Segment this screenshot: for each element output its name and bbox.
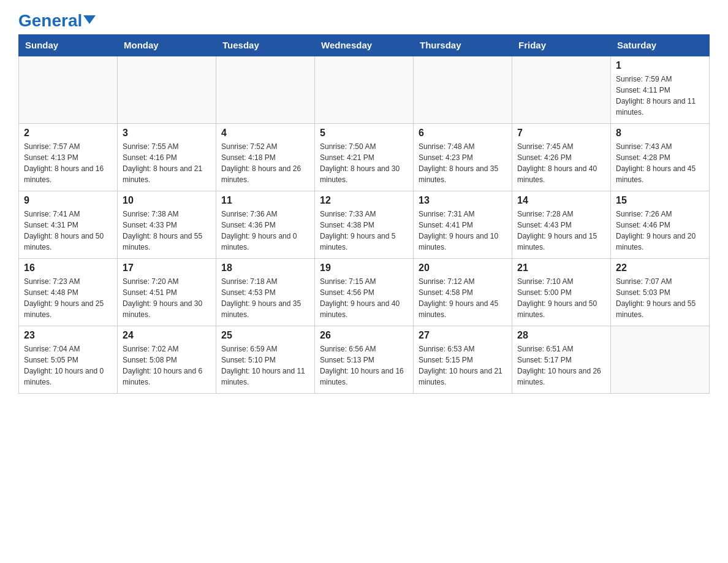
calendar-cell: 16Sunrise: 7:23 AMSunset: 4:48 PMDayligh… <box>19 258 118 326</box>
day-info: Sunrise: 7:12 AMSunset: 4:58 PMDaylight:… <box>419 276 507 320</box>
day-info: Sunrise: 7:52 AMSunset: 4:18 PMDaylight:… <box>221 141 309 185</box>
day-info: Sunrise: 7:57 AMSunset: 4:13 PMDaylight:… <box>24 141 112 185</box>
day-info: Sunrise: 6:59 AMSunset: 5:10 PMDaylight:… <box>221 343 309 388</box>
calendar-week-row: 2Sunrise: 7:57 AMSunset: 4:13 PMDaylight… <box>19 123 710 191</box>
calendar-table: Sunday Monday Tuesday Wednesday Thursday… <box>18 34 710 394</box>
day-info: Sunrise: 7:38 AMSunset: 4:33 PMDaylight:… <box>123 209 211 253</box>
calendar-cell: 15Sunrise: 7:26 AMSunset: 4:46 PMDayligh… <box>611 191 710 258</box>
calendar-cell <box>118 56 216 123</box>
day-info: Sunrise: 7:07 AMSunset: 5:03 PMDaylight:… <box>616 276 704 320</box>
day-number: 19 <box>320 262 408 274</box>
col-sunday: Sunday <box>19 35 118 56</box>
day-info: Sunrise: 7:20 AMSunset: 4:51 PMDaylight:… <box>123 276 211 320</box>
day-number: 4 <box>221 128 309 139</box>
day-info: Sunrise: 7:59 AMSunset: 4:11 PMDaylight:… <box>616 74 704 118</box>
calendar-cell <box>19 56 118 123</box>
day-number: 3 <box>123 128 211 139</box>
day-info: Sunrise: 7:04 AMSunset: 5:05 PMDaylight:… <box>24 343 112 388</box>
day-info: Sunrise: 7:31 AMSunset: 4:41 PMDaylight:… <box>419 209 507 253</box>
col-tuesday: Tuesday <box>216 35 315 56</box>
calendar-week-row: 16Sunrise: 7:23 AMSunset: 4:48 PMDayligh… <box>19 258 710 326</box>
day-number: 23 <box>24 330 112 341</box>
col-saturday: Saturday <box>611 35 710 56</box>
day-number: 17 <box>123 262 211 274</box>
calendar-cell: 23Sunrise: 7:04 AMSunset: 5:05 PMDayligh… <box>19 326 118 393</box>
day-info: Sunrise: 7:15 AMSunset: 4:56 PMDaylight:… <box>320 276 408 320</box>
logo-general: General <box>18 11 82 30</box>
page-header: General <box>18 12 710 28</box>
day-number: 15 <box>616 195 704 206</box>
day-info: Sunrise: 6:53 AMSunset: 5:15 PMDaylight:… <box>419 343 507 388</box>
day-number: 13 <box>419 195 507 206</box>
calendar-cell: 22Sunrise: 7:07 AMSunset: 5:03 PMDayligh… <box>611 258 710 326</box>
day-info: Sunrise: 6:51 AMSunset: 5:17 PMDaylight:… <box>517 343 605 388</box>
calendar-cell: 26Sunrise: 6:56 AMSunset: 5:13 PMDayligh… <box>315 326 414 393</box>
calendar-cell: 9Sunrise: 7:41 AMSunset: 4:31 PMDaylight… <box>19 191 118 258</box>
day-info: Sunrise: 7:50 AMSunset: 4:21 PMDaylight:… <box>320 141 408 185</box>
day-number: 1 <box>616 60 704 71</box>
calendar-cell <box>315 56 414 123</box>
day-number: 8 <box>616 128 704 139</box>
day-number: 7 <box>517 128 605 139</box>
col-friday: Friday <box>512 35 611 56</box>
col-monday: Monday <box>118 35 216 56</box>
calendar-cell: 21Sunrise: 7:10 AMSunset: 5:00 PMDayligh… <box>512 258 611 326</box>
day-info: Sunrise: 7:55 AMSunset: 4:16 PMDaylight:… <box>123 141 211 185</box>
calendar-cell: 10Sunrise: 7:38 AMSunset: 4:33 PMDayligh… <box>118 191 216 258</box>
calendar-cell: 3Sunrise: 7:55 AMSunset: 4:16 PMDaylight… <box>118 123 216 191</box>
day-info: Sunrise: 7:45 AMSunset: 4:26 PMDaylight:… <box>517 141 605 185</box>
day-number: 9 <box>24 195 112 206</box>
col-thursday: Thursday <box>414 35 512 56</box>
day-info: Sunrise: 7:10 AMSunset: 5:00 PMDaylight:… <box>517 276 605 320</box>
calendar-cell: 18Sunrise: 7:18 AMSunset: 4:53 PMDayligh… <box>216 258 315 326</box>
calendar-cell: 25Sunrise: 6:59 AMSunset: 5:10 PMDayligh… <box>216 326 315 393</box>
day-info: Sunrise: 7:48 AMSunset: 4:23 PMDaylight:… <box>419 141 507 185</box>
day-number: 6 <box>419 128 507 139</box>
calendar-cell: 14Sunrise: 7:28 AMSunset: 4:43 PMDayligh… <box>512 191 611 258</box>
calendar-cell <box>414 56 512 123</box>
calendar-header-row: Sunday Monday Tuesday Wednesday Thursday… <box>19 35 710 56</box>
calendar-cell <box>216 56 315 123</box>
day-number: 21 <box>517 262 605 274</box>
calendar-cell: 1Sunrise: 7:59 AMSunset: 4:11 PMDaylight… <box>611 56 710 123</box>
day-number: 27 <box>419 330 507 341</box>
day-number: 14 <box>517 195 605 206</box>
calendar-cell: 8Sunrise: 7:43 AMSunset: 4:28 PMDaylight… <box>611 123 710 191</box>
calendar-cell: 7Sunrise: 7:45 AMSunset: 4:26 PMDaylight… <box>512 123 611 191</box>
day-number: 5 <box>320 128 408 139</box>
day-number: 26 <box>320 330 408 341</box>
logo: General <box>18 12 96 28</box>
calendar-cell: 11Sunrise: 7:36 AMSunset: 4:36 PMDayligh… <box>216 191 315 258</box>
calendar-cell <box>512 56 611 123</box>
col-wednesday: Wednesday <box>315 35 414 56</box>
calendar-cell: 5Sunrise: 7:50 AMSunset: 4:21 PMDaylight… <box>315 123 414 191</box>
day-number: 18 <box>221 262 309 274</box>
calendar-cell: 4Sunrise: 7:52 AMSunset: 4:18 PMDaylight… <box>216 123 315 191</box>
day-info: Sunrise: 7:18 AMSunset: 4:53 PMDaylight:… <box>221 276 309 320</box>
calendar-cell: 6Sunrise: 7:48 AMSunset: 4:23 PMDaylight… <box>414 123 512 191</box>
day-info: Sunrise: 7:26 AMSunset: 4:46 PMDaylight:… <box>616 209 704 253</box>
calendar-cell: 24Sunrise: 7:02 AMSunset: 5:08 PMDayligh… <box>118 326 216 393</box>
calendar-week-row: 23Sunrise: 7:04 AMSunset: 5:05 PMDayligh… <box>19 326 710 393</box>
day-number: 22 <box>616 262 704 274</box>
day-info: Sunrise: 7:02 AMSunset: 5:08 PMDaylight:… <box>123 343 211 388</box>
calendar-cell: 28Sunrise: 6:51 AMSunset: 5:17 PMDayligh… <box>512 326 611 393</box>
day-info: Sunrise: 7:33 AMSunset: 4:38 PMDaylight:… <box>320 209 408 253</box>
calendar-cell: 27Sunrise: 6:53 AMSunset: 5:15 PMDayligh… <box>414 326 512 393</box>
logo-triangle-icon <box>83 15 96 24</box>
day-info: Sunrise: 7:28 AMSunset: 4:43 PMDaylight:… <box>517 209 605 253</box>
day-number: 20 <box>419 262 507 274</box>
calendar-cell: 13Sunrise: 7:31 AMSunset: 4:41 PMDayligh… <box>414 191 512 258</box>
day-info: Sunrise: 7:23 AMSunset: 4:48 PMDaylight:… <box>24 276 112 320</box>
calendar-cell: 17Sunrise: 7:20 AMSunset: 4:51 PMDayligh… <box>118 258 216 326</box>
day-number: 28 <box>517 330 605 341</box>
day-info: Sunrise: 7:41 AMSunset: 4:31 PMDaylight:… <box>24 209 112 253</box>
calendar-cell: 2Sunrise: 7:57 AMSunset: 4:13 PMDaylight… <box>19 123 118 191</box>
day-number: 25 <box>221 330 309 341</box>
calendar-cell: 20Sunrise: 7:12 AMSunset: 4:58 PMDayligh… <box>414 258 512 326</box>
calendar-week-row: 1Sunrise: 7:59 AMSunset: 4:11 PMDaylight… <box>19 56 710 123</box>
day-number: 10 <box>123 195 211 206</box>
day-number: 16 <box>24 262 112 274</box>
day-number: 2 <box>24 128 112 139</box>
day-info: Sunrise: 7:36 AMSunset: 4:36 PMDaylight:… <box>221 209 309 253</box>
